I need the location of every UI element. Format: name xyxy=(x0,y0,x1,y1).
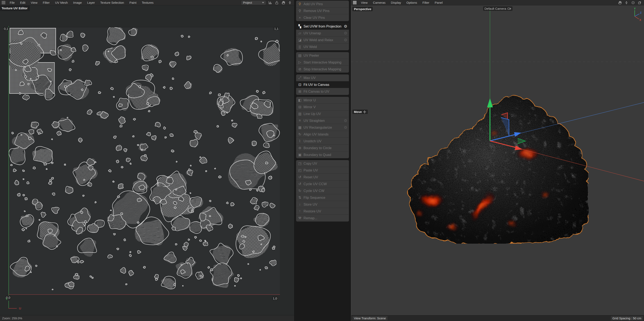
uv-menu-item-boundary-to-circle[interactable]: ⊚Boundary to Circle xyxy=(296,144,349,151)
uv-menu-item-uv-weld-and-relax[interactable]: ◪UV Weld and Relax⚙ xyxy=(296,37,349,43)
uv-menu-item-store-uv[interactable]: ↓Store UV xyxy=(296,201,349,208)
uv-menu-item-max-uv[interactable]: ⤢Max UV xyxy=(296,74,349,81)
zoom-level: Zoom: 259.0% xyxy=(0,316,22,320)
uv-menu-item-mirror-u[interactable]: ◧Mirror U xyxy=(296,97,349,104)
menu-image[interactable]: Image xyxy=(70,0,84,5)
uv-menu-item-uv-unwrap[interactable]: ▱UV Unwrap⚙ xyxy=(296,30,349,37)
settings-gear-icon[interactable]: ⚙ xyxy=(344,38,349,42)
menu-view[interactable]: View xyxy=(28,0,40,5)
viewport-menu-cameras[interactable]: Cameras xyxy=(370,0,388,5)
perspective-viewport-panel: ViewCamerasDisplayOptionsFilterPanel xyxy=(351,0,644,321)
uv-menu-item-clear-uv-pins[interactable]: ×Clear UV Pins xyxy=(296,14,349,21)
uv-menu-item-stop-interactive-mapping[interactable]: ⊘Stop Interactive Mapping xyxy=(296,66,349,73)
project-dropdown[interactable]: Project xyxy=(241,1,266,5)
mirror-v-icon: ⊟ xyxy=(296,105,304,109)
settings-gear-icon[interactable]: ⚙ xyxy=(344,31,349,36)
move-icon xyxy=(363,110,366,113)
menu-layer[interactable]: Layer xyxy=(84,0,98,5)
selected-object-rock[interactable] xyxy=(401,90,589,244)
uv-command-group: ⚲Add UV Pins⚲Remove UV Pins×Clear UV Pin… xyxy=(296,1,349,21)
uv-canvas[interactable] xyxy=(9,27,280,294)
uv-menu-item-uv-rectangularize[interactable]: ▦UV Rectangularize⚙ xyxy=(296,124,349,131)
uv-menu-item-line-up-uv[interactable]: ▥Line Up UV xyxy=(296,110,349,117)
viewport-menu-icon[interactable] xyxy=(351,0,358,5)
uv-menu-item-add-uv-pins[interactable]: ⚲Add UV Pins xyxy=(296,1,349,8)
uv-menu-item-flip-sequence[interactable]: ⇅Flip Sequence xyxy=(296,194,349,201)
uv-menu-item-label: Copy UV xyxy=(304,162,317,166)
histogram-icon[interactable] xyxy=(268,1,272,5)
uv-menu-item-label: Boundary to Quad xyxy=(304,153,331,157)
uv-menu-item-mirror-v[interactable]: ⊟Mirror V xyxy=(296,104,349,110)
menu-file[interactable]: File xyxy=(7,0,17,5)
play-icon: ▷ xyxy=(296,60,304,65)
copy-icon: ◳ xyxy=(296,161,304,166)
uv-menu-item-label: Stop Interactive Mapping xyxy=(304,67,341,71)
paste-icon: ◰ xyxy=(296,168,304,173)
hand-icon[interactable] xyxy=(281,1,286,5)
uv-command-group: ◧Mirror U⊟Mirror V▥Line Up UV≡UV Straigh… xyxy=(296,97,349,158)
viewport-menu-view[interactable]: View xyxy=(358,0,370,5)
uv-menu-item-label: UV Rectangularize xyxy=(304,125,332,129)
horizon-grid-line xyxy=(351,62,644,62)
world-axis-gizmo: Y Z X xyxy=(629,7,642,23)
weld-relax-icon: ◪ xyxy=(296,38,304,42)
v-axis-label: V xyxy=(6,297,8,300)
settings-gear-icon[interactable]: ⚙ xyxy=(344,118,349,123)
uv-menu-item-boundary-to-quad[interactable]: ▣Boundary to Quad xyxy=(296,151,349,158)
height-adjust-icon[interactable] xyxy=(624,1,629,5)
uv-menu-item-unstitch-uv[interactable]: ⌇Unstitch UV xyxy=(296,138,349,144)
uv-menu-item-label: Fit UV to Canvas xyxy=(304,83,329,87)
settings-gear-icon[interactable]: ⚙ xyxy=(344,24,349,29)
menu-paint[interactable]: Paint xyxy=(127,0,139,5)
menu-filter[interactable]: Filter xyxy=(40,0,52,5)
cycle-cw-icon: ↻ xyxy=(296,189,304,193)
maximize-icon[interactable] xyxy=(638,1,642,5)
camera-label: Default Camera xyxy=(484,7,506,10)
uv-menu-item-label: Remap... xyxy=(304,216,317,220)
uv-menu-item-paste-uv[interactable]: ◰Paste UV xyxy=(296,167,349,174)
menu-textures[interactable]: Textures xyxy=(139,0,156,5)
fit-uv-to-canvas-icon: ⊡ xyxy=(296,83,304,87)
settings-gear-icon[interactable]: ⚙ xyxy=(344,125,349,130)
uv-menu-item-label: Flip Sequence xyxy=(304,196,326,200)
uv-menu-item-uv-straighten[interactable]: ≡UV Straighten⚙ xyxy=(296,117,349,124)
viewport-menu-filter[interactable]: Filter xyxy=(420,0,432,5)
viewport-menu-display[interactable]: Display xyxy=(388,0,404,5)
menu-texture-selection[interactable]: Texture Selection xyxy=(98,0,127,5)
uv-menu-item-align-uv-islands[interactable]: ↻Align UV Islands xyxy=(296,131,349,138)
grid-spacing-status: Grid Spacing : 50 cm xyxy=(611,316,643,320)
uv-menu-item-label: Reset UV xyxy=(304,175,318,179)
uv-editor-menubar: FileEditViewFilterUV MeshImageLayerTextu… xyxy=(0,0,294,5)
height-adjust-icon[interactable] xyxy=(288,1,292,5)
menu-edit[interactable]: Edit xyxy=(17,0,28,5)
viewport-menu-options[interactable]: Options xyxy=(404,0,420,5)
uv-menu-item-set-uvw-from-projection[interactable]: ▚Set UVW from Projection⚙ xyxy=(296,23,349,30)
chevron-down-icon xyxy=(262,2,264,3)
uv-menu-item-remove-uv-pins[interactable]: ⚲Remove UV Pins xyxy=(296,8,349,14)
fit-canvas-to-uv-icon: ⊞ xyxy=(296,89,304,94)
v-axis-line xyxy=(8,301,9,308)
stop-icon: ⊘ xyxy=(296,67,304,71)
uv-menu-item-uv-peeler[interactable]: ▤UV Peeler xyxy=(296,52,349,59)
uv-menu-item-cycle-uv-cw[interactable]: ↻Cycle UV CW xyxy=(296,187,349,194)
viewport-menu-panel[interactable]: Panel xyxy=(432,0,445,5)
unlock-icon[interactable] xyxy=(274,1,279,5)
uv-command-group: ⤢Max UV⊡Fit UV to Canvas⊞Fit Canvas to U… xyxy=(296,74,349,95)
menu-uv-mesh[interactable]: UV Mesh xyxy=(52,0,70,5)
uv-menu-item-remap[interactable]: ⚒Remap... xyxy=(296,215,349,222)
viewport-3d-scene[interactable]: Perspective Default Camera Move Y Z X xyxy=(351,6,644,315)
uv-menu-item-fit-uv-to-canvas[interactable]: ⊡Fit UV to Canvas xyxy=(296,81,349,88)
uv-menu-item-fit-canvas-to-uv[interactable]: ⊞Fit Canvas to UV xyxy=(296,88,349,95)
uv-menu-item-copy-uv[interactable]: ◳Copy UV xyxy=(296,160,349,167)
orbit-icon[interactable] xyxy=(631,1,635,5)
uv-menu-item-start-interactive-mapping[interactable]: ▷Start Interactive Mapping xyxy=(296,59,349,66)
weld-icon: [{ xyxy=(296,45,304,49)
panel-menu-icon[interactable] xyxy=(0,0,7,5)
hand-icon[interactable] xyxy=(618,1,622,5)
viewport-menubar: ViewCamerasDisplayOptionsFilterPanel xyxy=(351,0,644,5)
uv-menu-item-cycle-uv-ccw[interactable]: ↺Cycle UV CCW xyxy=(296,181,349,187)
uv-menu-item-restore-uv[interactable]: ↑Restore UV xyxy=(296,208,349,215)
camera-selector[interactable]: Default Camera xyxy=(483,7,512,11)
uv-menu-item-reset-uv[interactable]: ↺Reset UV xyxy=(296,174,349,181)
uv-menu-item-uv-weld[interactable]: [{UV Weld xyxy=(296,43,349,50)
